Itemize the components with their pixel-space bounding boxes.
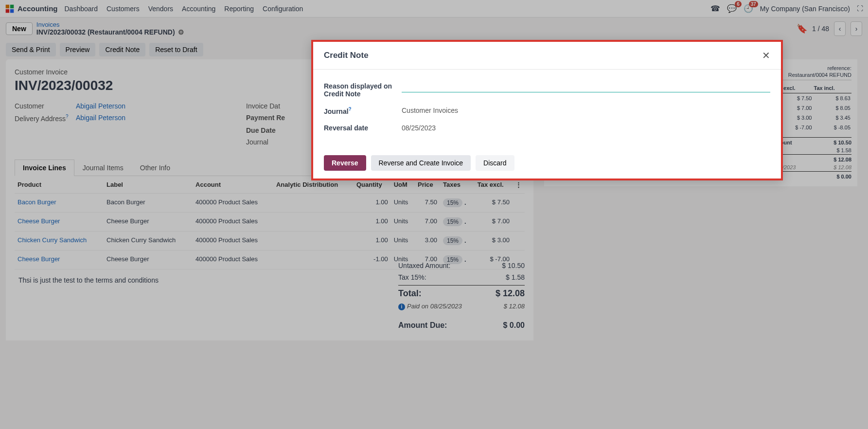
svg-rect-2 — [6, 9, 10, 13]
svg-rect-3 — [10, 9, 14, 13]
line-uom: Units — [391, 193, 415, 212]
col-label: Label — [104, 176, 193, 194]
reason-label: Reason displayed on Credit Note — [324, 80, 402, 98]
tab-invoice-lines[interactable]: Invoice Lines — [15, 160, 74, 176]
line-analytic — [273, 250, 354, 269]
topbar-menu: Dashboard Customers Vendors Accounting R… — [65, 5, 303, 13]
credit-note-modal: Credit Note ✕ Reason displayed on Credit… — [311, 40, 783, 180]
menu-reporting[interactable]: Reporting — [224, 5, 254, 13]
paid-label: Paid on 08/25/2023 — [407, 303, 462, 310]
breadcrumb-row: New Invoices INV/2023/00032 (Restaurant/… — [0, 18, 868, 40]
messages-badge: 6 — [735, 1, 742, 7]
delivery-value[interactable]: Abigail Peterson — [76, 114, 241, 123]
totals: Untaxed Amount:$ 10.50 Tax 15%:$ 1.58 To… — [398, 260, 525, 332]
tax-label: Tax 15%: — [398, 273, 426, 281]
line-label: Chicken Curry Sandwich — [104, 231, 193, 250]
pline-incl: $ -8.05 — [813, 123, 852, 132]
line-tax: 15%. — [440, 231, 475, 250]
line-uom: Units — [391, 212, 415, 231]
line-excl: $ 3.00 — [475, 231, 513, 250]
discard-button[interactable]: Discard — [476, 155, 514, 171]
expand-icon[interactable]: ⛶ — [857, 5, 863, 12]
table-row[interactable]: Chicken Curry Sandwich Chicken Curry San… — [15, 231, 525, 250]
payment-ref-label: Payment Re — [246, 114, 304, 123]
delivery-label: Delivery Address — [15, 115, 66, 123]
journal-value[interactable]: Customer Invoices — [402, 105, 770, 114]
breadcrumb-current: INV/2023/00032 (Restaurant/0004 REFUND) — [36, 28, 175, 36]
activities-badge: 37 — [749, 1, 758, 7]
activities-icon[interactable]: 🕘37 — [744, 4, 753, 13]
menu-vendors[interactable]: Vendors — [148, 5, 173, 13]
line-product[interactable]: Cheese Burger — [15, 212, 104, 231]
due-value: $ 0.00 — [503, 321, 525, 330]
tab-other-info[interactable]: Other Info — [132, 160, 178, 176]
journal-label: Journal — [246, 138, 304, 146]
reverse-create-button[interactable]: Reverse and Create Invoice — [371, 155, 471, 171]
breadcrumb-parent[interactable]: Invoices — [36, 21, 184, 29]
line-label: Cheese Burger — [104, 212, 193, 231]
help-icon[interactable]: ? — [349, 107, 352, 112]
line-qty: 1.00 — [354, 231, 391, 250]
info-icon[interactable]: i — [398, 304, 405, 310]
line-account: 400000 Product Sales — [193, 193, 273, 212]
tab-journal-items[interactable]: Journal Items — [74, 160, 132, 176]
customer-value[interactable]: Abigail Peterson — [76, 102, 241, 110]
untaxed-value: $ 10.50 — [502, 262, 525, 269]
reversal-date-label: Reversal date — [324, 122, 402, 132]
invoice-date-label: Invoice Dat — [246, 102, 304, 110]
line-product[interactable]: Cheese Burger — [15, 250, 104, 269]
line-qty: 1.00 — [354, 212, 391, 231]
app-icon[interactable] — [5, 4, 15, 14]
line-qty: -1.00 — [354, 250, 391, 269]
messages-icon[interactable]: 💬6 — [727, 4, 737, 13]
reverse-button[interactable]: Reverse — [324, 155, 366, 171]
pager-next[interactable]: › — [850, 21, 862, 36]
line-tax: 15%. — [440, 193, 475, 212]
send-print-button[interactable]: Send & Print — [6, 43, 56, 56]
phone-icon[interactable]: ☎ — [710, 4, 720, 13]
close-icon[interactable]: ✕ — [762, 50, 770, 61]
pcol-incl: Tax incl. — [813, 83, 852, 93]
customer-label: Customer — [15, 102, 71, 110]
line-account: 400000 Product Sales — [193, 231, 273, 250]
invoice-lines-table: Product Label Account Analytic Distribut… — [15, 176, 525, 269]
pline-incl: $ 3.45 — [813, 113, 852, 123]
line-excl: $ 7.50 — [475, 193, 513, 212]
help-icon[interactable]: ? — [66, 114, 69, 119]
preview-button[interactable]: Preview — [60, 43, 96, 56]
reversal-date-value[interactable]: 08/25/2023 — [402, 122, 770, 132]
terms-text: Thsi is just the test to the terms and c… — [15, 269, 219, 291]
line-uom: Units — [391, 231, 415, 250]
app-name[interactable]: Accounting — [18, 4, 58, 13]
line-label: Bacon Burger — [104, 193, 193, 212]
reset-draft-button[interactable]: Reset to Draft — [149, 43, 203, 56]
col-account: Account — [193, 176, 273, 194]
total-value: $ 12.08 — [496, 288, 525, 299]
line-product[interactable]: Bacon Burger — [15, 193, 104, 212]
line-price: 7.50 — [415, 193, 440, 212]
psum-total: $ 12.08 — [833, 157, 851, 162]
gear-icon[interactable]: ⚙ — [178, 28, 184, 36]
pline-incl: $ 8.05 — [813, 103, 852, 113]
menu-customers[interactable]: Customers — [106, 5, 140, 13]
psum-due: $ 0.00 — [836, 174, 851, 179]
menu-accounting[interactable]: Accounting — [182, 5, 215, 13]
new-button[interactable]: New — [6, 22, 33, 35]
line-analytic — [273, 231, 354, 250]
total-label: Total: — [398, 288, 422, 299]
table-row[interactable]: Cheese Burger Cheese Burger 400000 Produ… — [15, 212, 525, 231]
menu-dashboard[interactable]: Dashboard — [65, 5, 98, 13]
svg-rect-1 — [10, 4, 14, 8]
preview-ref-label: reference: — [827, 65, 851, 71]
topbar: Accounting Dashboard Customers Vendors A… — [0, 0, 868, 18]
line-qty: 1.00 — [354, 193, 391, 212]
pager-prev[interactable]: ‹ — [834, 21, 846, 36]
paid-value: $ 12.08 — [504, 303, 525, 310]
table-row[interactable]: Bacon Burger Bacon Burger 400000 Product… — [15, 193, 525, 212]
company-selector[interactable]: My Company (San Francisco) — [760, 5, 850, 13]
line-product[interactable]: Chicken Curry Sandwich — [15, 231, 104, 250]
bookmark-icon[interactable]: 🔖 — [797, 23, 807, 34]
reason-input[interactable] — [402, 80, 770, 92]
credit-note-button[interactable]: Credit Note — [99, 43, 145, 56]
menu-configuration[interactable]: Configuration — [263, 5, 303, 13]
